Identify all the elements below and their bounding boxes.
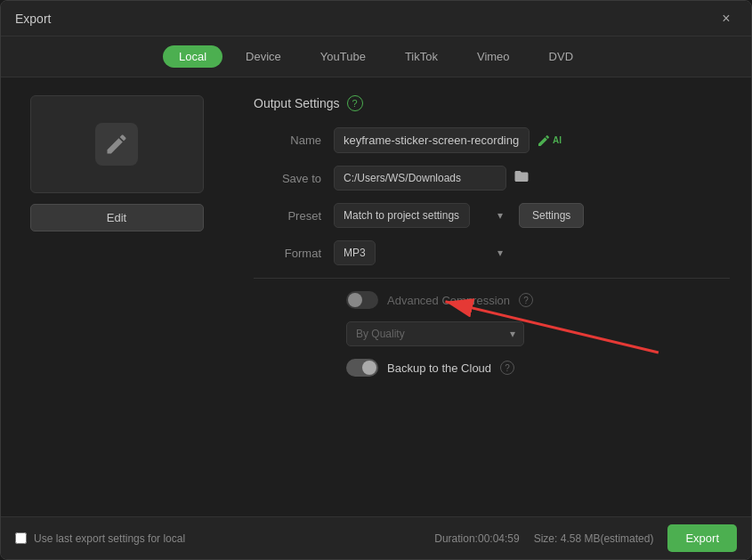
tab-youtube[interactable]: YouTube [304, 45, 382, 68]
bottom-info: Duration:00:04:59 Size: 4.58 MB(estimate… [434, 524, 737, 552]
last-settings-checkbox-label[interactable]: Use last export settings for local [15, 532, 185, 545]
format-row: Format MP3 [254, 240, 730, 265]
preview-box [30, 95, 204, 193]
export-window: Export × Local Device YouTube TikTok Vim… [0, 0, 752, 560]
main-content: Edit Output Settings ? Name AI [1, 77, 751, 516]
preset-label: Preset [254, 209, 334, 223]
ai-rename-icon[interactable]: AI [537, 134, 562, 148]
save-to-row: Save to [254, 166, 730, 191]
advanced-compression-row: Advanced Compression ? [254, 291, 730, 309]
backup-toggle[interactable] [346, 359, 378, 377]
folder-icon[interactable] [513, 168, 530, 188]
save-to-label: Save to [254, 172, 334, 185]
settings-button[interactable]: Settings [519, 203, 584, 228]
name-row: Name AI [254, 127, 730, 153]
advanced-compression-help-icon[interactable]: ? [519, 293, 533, 307]
window-title: Export [15, 12, 51, 26]
tab-local[interactable]: Local [163, 45, 222, 68]
edit-button[interactable]: Edit [30, 204, 204, 231]
format-select-wrapper: MP3 [334, 240, 512, 265]
duration-display: Duration:00:04:59 [434, 532, 519, 545]
tabs-bar: Local Device YouTube TikTok Vimeo DVD [1, 37, 751, 77]
preview-icon [95, 123, 138, 166]
output-settings-info-icon[interactable]: ? [347, 95, 363, 111]
backup-label: Backup to the Cloud [387, 361, 491, 375]
advanced-compression-label: Advanced Compression [387, 294, 510, 307]
preset-container: Match to project settings Settings [334, 203, 601, 228]
left-panel: Edit [1, 77, 232, 516]
advanced-compression-toggle[interactable] [346, 291, 378, 309]
section-header: Output Settings ? [254, 95, 730, 111]
backup-row: Backup to the Cloud ? [254, 359, 730, 377]
right-panel: Output Settings ? Name AI Save to [232, 77, 751, 516]
preset-select[interactable]: Match to project settings [334, 203, 470, 228]
name-label: Name [254, 134, 334, 147]
backup-help-icon[interactable]: ? [500, 361, 514, 375]
save-path-container [334, 166, 530, 191]
tab-vimeo[interactable]: Vimeo [461, 45, 526, 68]
format-label: Format [254, 247, 334, 260]
save-path-input[interactable] [334, 166, 506, 191]
last-settings-checkbox[interactable] [15, 532, 27, 544]
size-display: Size: 4.58 MB(estimated) [534, 532, 654, 545]
quality-select[interactable]: By Quality [346, 321, 524, 346]
tab-tiktok[interactable]: TikTok [389, 45, 454, 68]
close-button[interactable]: × [716, 8, 737, 29]
name-input[interactable] [334, 127, 530, 153]
last-settings-label: Use last export settings for local [34, 532, 185, 545]
quality-select-wrapper: By Quality [346, 321, 524, 346]
bottom-bar: Use last export settings for local Durat… [1, 516, 751, 559]
tab-device[interactable]: Device [230, 45, 297, 68]
tab-dvd[interactable]: DVD [533, 45, 589, 68]
divider [254, 278, 730, 279]
format-select[interactable]: MP3 [334, 240, 376, 265]
export-button[interactable]: Export [667, 524, 737, 552]
titlebar: Export × [1, 1, 751, 37]
section-title: Output Settings [254, 96, 340, 110]
preset-select-wrapper: Match to project settings [334, 203, 512, 228]
preset-row: Preset Match to project settings Setting… [254, 203, 730, 228]
